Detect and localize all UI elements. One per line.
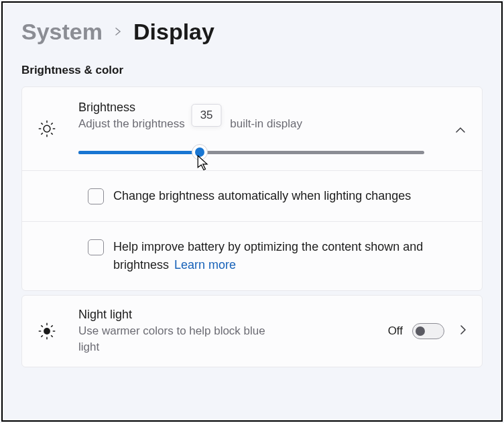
- night-light-title: Night light: [78, 308, 388, 322]
- brightness-description: Adjust the brightness built-in display: [78, 116, 444, 132]
- night-light-toggle[interactable]: [412, 323, 444, 339]
- svg-line-6: [51, 133, 52, 134]
- battery-optimize-checkbox[interactable]: [88, 239, 104, 255]
- auto-brightness-label: Change brightness automatically when lig…: [113, 187, 411, 205]
- brightness-card-group: Brightness Adjust the brightness built-i…: [21, 86, 483, 291]
- auto-brightness-row: Change brightness automatically when lig…: [22, 171, 482, 222]
- svg-line-15: [51, 335, 52, 337]
- night-light-toggle-state: Off: [388, 324, 403, 338]
- slider-thumb[interactable]: [192, 144, 208, 160]
- section-header: Brightness & color: [21, 64, 483, 77]
- svg-line-16: [41, 335, 42, 337]
- night-light-card-group: Night light Use warmer colors to help bl…: [21, 295, 483, 368]
- svg-line-17: [51, 325, 52, 326]
- page-title: Display: [133, 19, 214, 45]
- svg-line-5: [41, 123, 42, 124]
- brightness-row: Brightness Adjust the brightness built-i…: [22, 87, 482, 171]
- sun-icon: [36, 119, 58, 138]
- svg-line-8: [51, 123, 52, 124]
- collapse-chevron-icon[interactable]: [455, 125, 466, 138]
- night-light-icon: [36, 322, 58, 341]
- learn-more-link[interactable]: Learn more: [174, 258, 236, 271]
- svg-point-0: [44, 125, 50, 132]
- svg-point-9: [44, 328, 50, 335]
- chevron-right-icon[interactable]: [458, 324, 468, 338]
- brightness-slider[interactable]: 35: [78, 151, 444, 154]
- slider-value-tooltip: 35: [192, 104, 222, 127]
- breadcrumb: System Display: [21, 19, 483, 45]
- chevron-right-icon: [113, 24, 123, 40]
- night-light-description: Use warmer colors to help block blue lig…: [78, 323, 266, 355]
- brightness-title: Brightness: [78, 101, 444, 115]
- battery-optimize-row: Help improve battery by optimizing the c…: [22, 222, 482, 290]
- breadcrumb-parent-link[interactable]: System: [21, 19, 103, 45]
- auto-brightness-checkbox[interactable]: [88, 188, 104, 204]
- battery-optimize-label: Help improve battery by optimizing the c…: [113, 238, 448, 274]
- night-light-row[interactable]: Night light Use warmer colors to help bl…: [22, 296, 482, 367]
- svg-line-14: [41, 325, 42, 326]
- svg-line-7: [41, 133, 42, 134]
